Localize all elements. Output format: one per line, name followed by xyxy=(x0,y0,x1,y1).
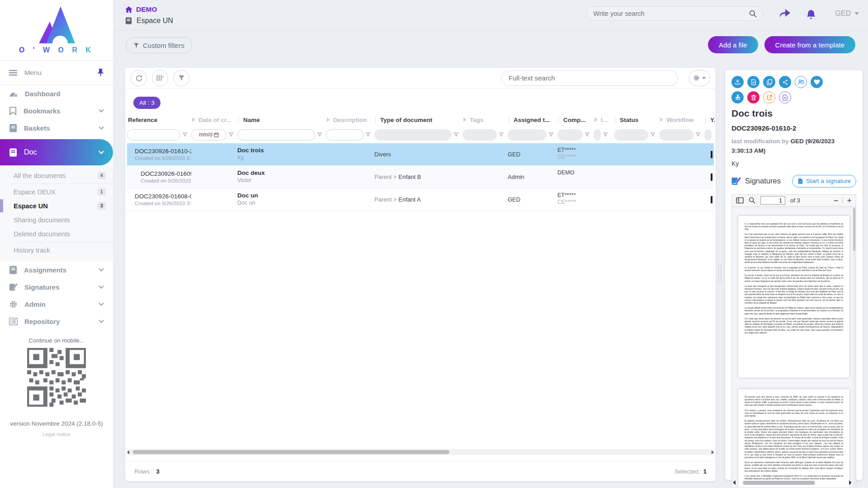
open-external-button[interactable] xyxy=(763,91,775,103)
sidebar-item-assignments[interactable]: Assignments xyxy=(0,261,113,278)
pdf-page-area[interactable]: Il y a aujourd'hui trois cent quarante-h… xyxy=(732,207,856,487)
delete-button[interactable] xyxy=(747,91,760,103)
scrollbar-thumb[interactable] xyxy=(743,481,815,485)
legal-notice-link[interactable]: Legal notice xyxy=(0,432,113,437)
doc-name: Doc deux xyxy=(237,169,326,176)
filter-date-input[interactable]: mm/d xyxy=(191,129,226,141)
column-header-status[interactable]: Status xyxy=(614,113,659,126)
funnel-outline-icon[interactable] xyxy=(182,132,188,137)
column-header-workflow[interactable]: Workflow xyxy=(659,113,704,126)
column-header-i[interactable]: I... xyxy=(594,113,614,126)
sidebar-subitem-all-documents[interactable]: All the documents 4 xyxy=(0,169,113,183)
funnel-outline-icon[interactable] xyxy=(499,132,504,137)
download-button[interactable] xyxy=(731,76,744,88)
sidebar-item-admin[interactable]: Admin xyxy=(0,296,113,313)
pdf-search-icon[interactable] xyxy=(749,197,755,204)
share-button[interactable] xyxy=(779,76,791,88)
toggle-pdf-sidebar-icon[interactable] xyxy=(736,197,744,204)
funnel-outline-icon[interactable] xyxy=(650,132,656,137)
menu-toggle[interactable]: Menu xyxy=(0,60,113,85)
properties-button[interactable] xyxy=(779,91,791,103)
funnel-outline-icon[interactable] xyxy=(695,132,701,137)
bookmark-icon xyxy=(9,107,17,115)
custom-filters-button[interactable]: Custom filters xyxy=(126,37,192,53)
zoom-in-button[interactable]: + xyxy=(847,197,852,205)
assign-users-button[interactable] xyxy=(795,76,807,88)
funnel-outline-icon[interactable] xyxy=(228,132,234,137)
global-search[interactable] xyxy=(586,6,764,21)
table-horizontal-scrollbar[interactable] xyxy=(127,449,714,455)
sidebar-subitem-deleted-documents[interactable]: Deleted documents xyxy=(0,227,113,241)
scroll-right-arrow-icon[interactable] xyxy=(849,480,852,485)
funnel-outline-icon[interactable] xyxy=(365,132,371,137)
copy-button[interactable] xyxy=(763,76,775,88)
sidebar-subitem-sharing-documents[interactable]: Sharing documents xyxy=(0,213,113,227)
filter-reference-input[interactable] xyxy=(127,129,180,141)
add-file-button[interactable]: Add a file xyxy=(708,36,758,53)
columns-button[interactable] xyxy=(152,70,168,86)
search-icon[interactable] xyxy=(749,10,757,18)
sidebar-item-dashboard[interactable]: Dashboard xyxy=(0,85,113,102)
upload-version-button[interactable] xyxy=(747,76,760,88)
user-menu[interactable]: GED xyxy=(835,9,859,18)
chevron-down-icon xyxy=(99,109,104,113)
funnel-outline-icon[interactable] xyxy=(453,132,459,137)
column-header-name[interactable]: Name xyxy=(237,113,326,126)
column-header-type[interactable]: Type of document xyxy=(374,113,462,126)
breadcrumb-workspace[interactable]: DEMO xyxy=(125,5,173,14)
start-signature-button[interactable]: Start a signature xyxy=(792,175,856,188)
table-row-doc-deux[interactable]: w DOC230926-01609-0 Created on 9/26/2023… xyxy=(127,166,714,188)
filter-description-input[interactable] xyxy=(326,129,363,141)
column-header-tags[interactable]: Tags xyxy=(462,113,508,126)
scroll-right-arrow-icon[interactable] xyxy=(712,450,714,454)
scrollbar-thumb[interactable] xyxy=(853,208,855,251)
doc-company-1: DEMO xyxy=(557,169,594,176)
funnel-outline-icon[interactable] xyxy=(603,132,608,137)
column-header-description[interactable]: Description xyxy=(326,113,374,126)
fulltext-search-input[interactable] xyxy=(509,74,670,82)
fulltext-search[interactable] xyxy=(501,70,678,86)
create-from-template-button[interactable]: Create from a template xyxy=(764,36,855,53)
sidebar-item-baskets[interactable]: Baskets xyxy=(0,119,113,136)
scroll-left-arrow-icon[interactable] xyxy=(127,450,129,454)
table-row-doc-trois[interactable]: DOC230926-01610-2 Created on 9/26/2023 3… xyxy=(127,143,714,166)
table-row-doc-un[interactable]: DOC230926-01608-0 Created on 9/26/2023 3… xyxy=(127,188,714,211)
pin-sidebar-icon[interactable] xyxy=(97,69,104,76)
sidebar-item-bookmarks[interactable]: Bookmarks xyxy=(0,102,113,119)
table-settings-button[interactable] xyxy=(689,70,710,86)
sidebar-item-doc-active[interactable]: Doc xyxy=(0,139,113,165)
global-search-input[interactable] xyxy=(593,10,745,17)
column-header-assigned[interactable]: Assigned t... xyxy=(508,113,557,126)
sidebar-item-repository[interactable]: Repository xyxy=(0,313,113,330)
share-shortcut-icon[interactable] xyxy=(779,9,791,19)
column-header-date[interactable]: Date of cr... xyxy=(191,113,237,126)
zoom-out-button[interactable]: − xyxy=(834,197,839,205)
funnel-outline-icon[interactable] xyxy=(585,132,590,137)
app-logo[interactable]: O ' W O R K xyxy=(0,0,113,60)
pdf-page-input[interactable] xyxy=(760,196,785,205)
scroll-left-arrow-icon[interactable] xyxy=(733,480,736,485)
sidebar-item-signatures[interactable]: Signatures xyxy=(0,278,113,296)
pdf-horizontal-scrollbar[interactable] xyxy=(733,480,852,486)
stamp-button[interactable] xyxy=(731,91,744,103)
pdf-vertical-scrollbar[interactable] xyxy=(853,207,856,487)
panel-resize-handle[interactable] xyxy=(717,263,722,283)
sidebar-subitem-history-track[interactable]: History track xyxy=(0,243,113,257)
filter-i-input xyxy=(594,129,601,141)
sidebar-subitem-espace-deux[interactable]: Espace DEUX 1 xyxy=(0,185,113,199)
column-header-company[interactable]: Comp... xyxy=(557,113,594,126)
funnel-outline-icon[interactable] xyxy=(548,132,554,137)
tab-all-documents[interactable]: All : 3 xyxy=(133,97,160,109)
funnel-outline-icon[interactable] xyxy=(317,132,322,137)
breadcrumb-space[interactable]: Espace UN xyxy=(125,17,173,25)
column-header-reference[interactable]: Reference xyxy=(127,113,191,126)
favorite-button[interactable] xyxy=(811,76,823,88)
table-body: DOC230926-01610-2 Created on 9/26/2023 3… xyxy=(127,143,714,211)
column-header-y[interactable]: Y... xyxy=(704,113,715,126)
filter-name-input[interactable] xyxy=(237,129,315,141)
sidebar-subitem-espace-un[interactable]: Espace UN 3 xyxy=(0,199,113,213)
refresh-button[interactable] xyxy=(131,70,147,86)
filter-button[interactable] xyxy=(173,70,189,86)
notifications-bell-icon[interactable] xyxy=(806,8,816,19)
scrollbar-thumb[interactable] xyxy=(133,450,449,454)
